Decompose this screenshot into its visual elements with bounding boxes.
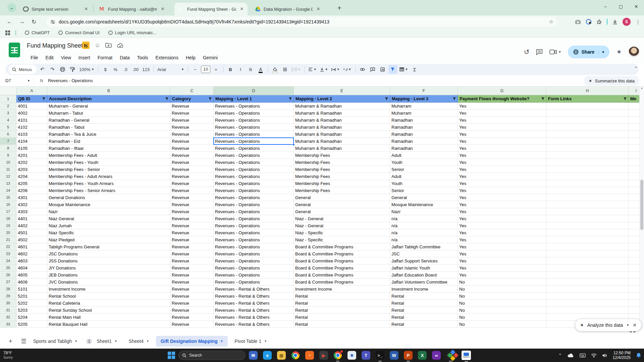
cell-G28[interactable]: No xyxy=(458,286,546,293)
vertical-scrollbar[interactable]: ▲ xyxy=(639,86,644,328)
row-number-25[interactable]: 25 xyxy=(0,264,16,272)
cell-E24[interactable]: Board & Committee Programs xyxy=(294,257,390,264)
password-manager-icon[interactable] xyxy=(586,19,592,25)
cell-H20[interactable] xyxy=(546,229,629,236)
undo-icon[interactable]: ↶ xyxy=(38,65,47,74)
cell-C8[interactable]: Revenue xyxy=(170,145,214,152)
cell-F17[interactable]: Nazr xyxy=(390,208,458,215)
cell-B14[interactable]: Membership Fees - Senior Arrears xyxy=(47,187,170,194)
reload-icon[interactable]: ↻ xyxy=(32,18,36,25)
insert-comment-icon[interactable] xyxy=(368,65,377,74)
menu-format[interactable]: Format xyxy=(95,54,115,62)
cell-C22[interactable]: Revenue xyxy=(170,243,214,250)
menu-help[interactable]: Help xyxy=(183,54,199,62)
cell-A27[interactable]: 4606 xyxy=(16,279,47,286)
cell-A18[interactable]: 4401 xyxy=(16,215,47,222)
bookmark-connect-gmail[interactable]: Connect Gmail UI xyxy=(58,30,100,35)
cell-A23[interactable]: 4602 xyxy=(16,250,47,257)
cell-E5[interactable]: Muharram & Ramadhan xyxy=(294,124,390,131)
text-color-icon[interactable]: A xyxy=(259,67,262,72)
close-tab-icon[interactable]: ✕ xyxy=(239,6,245,12)
cell-C5[interactable]: Revenue xyxy=(170,124,214,131)
cell-H31[interactable] xyxy=(546,307,629,314)
cell-A20[interactable]: 4501 xyxy=(16,229,47,236)
row-number-2[interactable]: 2 xyxy=(0,103,16,110)
row-number-18[interactable]: 18 xyxy=(0,215,16,222)
filter-icon[interactable] xyxy=(165,97,169,101)
cell-D30[interactable]: Revenues - Rental & Others xyxy=(214,300,294,307)
excel-app-icon[interactable]: X xyxy=(418,351,427,360)
cell-B3[interactable]: Muharram - Tabut xyxy=(47,110,170,117)
row-number-4[interactable]: 4 xyxy=(0,117,16,124)
word-app-icon[interactable]: W xyxy=(390,351,398,360)
column-header-D[interactable]: D xyxy=(214,86,294,95)
cell-C20[interactable]: Revenue xyxy=(170,229,214,236)
menu-insert[interactable]: Insert xyxy=(75,54,93,62)
cell-F30[interactable]: Rental xyxy=(390,300,458,307)
sheet-tab-sports-and-tabligh[interactable]: Sports and Tabligh▼ xyxy=(29,336,83,347)
cell-B4[interactable]: Ramadhan - General xyxy=(47,117,170,124)
sheet-tab-sheet1[interactable]: Sheet1▼ xyxy=(92,336,122,347)
cell-G4[interactable]: Yes xyxy=(458,117,546,124)
column-header-B[interactable]: B xyxy=(47,86,170,95)
cell-H8[interactable] xyxy=(546,145,629,152)
cell-F10[interactable]: Youth xyxy=(390,159,458,166)
sheets-logo-icon[interactable] xyxy=(9,43,20,57)
row-number-6[interactable]: 6 xyxy=(0,131,16,138)
cell-G10[interactable]: Yes xyxy=(458,159,546,166)
cell-G5[interactable]: Yes xyxy=(458,124,546,131)
cell-E8[interactable]: Muharram & Ramadhan xyxy=(294,145,390,152)
cell-F19[interactable]: n/a xyxy=(390,222,458,229)
wifi-icon[interactable] xyxy=(591,353,597,358)
cell-B13[interactable]: Membership Fees - Youth Arrears xyxy=(47,180,170,187)
cell-C7[interactable]: Revenue xyxy=(170,138,214,145)
cell-C26[interactable]: Revenue xyxy=(170,272,214,279)
filter-icon[interactable] xyxy=(288,97,292,101)
browser-profile-avatar[interactable]: S xyxy=(623,18,631,26)
cell-A30[interactable]: 5202 xyxy=(16,300,47,307)
cell-G8[interactable]: Yes xyxy=(458,145,546,152)
browser-tab-4[interactable]: Data Migration - Google Drive ✕ xyxy=(251,3,324,15)
cell-H10[interactable] xyxy=(546,159,629,166)
browser-menu-kebab-icon[interactable]: ⋮ xyxy=(635,19,641,25)
cell-B25[interactable]: JIY Donations xyxy=(47,264,170,272)
cell-E16[interactable]: General xyxy=(294,201,390,208)
fill-color-icon[interactable] xyxy=(271,65,279,74)
start-button-icon[interactable] xyxy=(168,352,175,359)
tray-chevron-up-icon[interactable]: ⌃ xyxy=(558,353,562,358)
chevron-down-icon[interactable]: ▼ xyxy=(264,340,267,343)
row-number-24[interactable]: 24 xyxy=(0,257,16,264)
cell-F20[interactable]: n/a xyxy=(390,229,458,236)
taskbar-search[interactable]: Search xyxy=(178,351,246,360)
cell-F9[interactable]: Adult xyxy=(390,152,458,159)
header-cell-G1[interactable]: Payment Flows through Website? xyxy=(458,95,546,103)
cell-A26[interactable]: 4605 xyxy=(16,272,47,279)
menu-view[interactable]: View xyxy=(58,54,74,62)
chevron-down-icon[interactable]: ▼ xyxy=(74,340,77,343)
cell-D18[interactable]: Revenues - Operations xyxy=(214,215,294,222)
cell-G2[interactable]: Yes xyxy=(458,103,546,110)
insert-table-icon[interactable]: ▼ xyxy=(398,65,409,74)
sheet-tab-sheet4[interactable]: Sheet4▼ xyxy=(124,336,154,347)
cell-B27[interactable]: JVC Donations xyxy=(47,279,170,286)
cell-G11[interactable]: Yes xyxy=(458,166,546,173)
vertical-scroll-thumb[interactable] xyxy=(640,180,643,230)
cell-C17[interactable]: Revenue xyxy=(170,208,214,215)
cell-F15[interactable]: General xyxy=(390,194,458,201)
window-maximize-button[interactable]: ▢ xyxy=(613,0,629,13)
media-player-app-icon[interactable]: ▶ xyxy=(319,351,328,360)
cell-G14[interactable]: Yes xyxy=(458,187,546,194)
italic-icon[interactable]: I xyxy=(236,65,245,74)
cell-E30[interactable]: Rental xyxy=(294,300,390,307)
cell-B8[interactable]: Ramadhan - Iftaar xyxy=(47,145,170,152)
cell-G32[interactable]: No xyxy=(458,314,546,321)
cell-D8[interactable]: Revenues - Operations xyxy=(214,145,294,152)
cell-A12[interactable]: 4204 xyxy=(16,173,47,180)
cell-D33[interactable]: Revenues - Rental & Others xyxy=(214,321,294,328)
cell-G6[interactable]: Yes xyxy=(458,131,546,138)
cell-A10[interactable]: 4202 xyxy=(16,159,47,166)
cell-E22[interactable]: Board & Committee Programs xyxy=(294,243,390,250)
fill-handle[interactable] xyxy=(292,143,295,146)
notification-bell-icon[interactable] xyxy=(636,353,641,358)
window-close-button[interactable]: ✕ xyxy=(629,0,644,13)
